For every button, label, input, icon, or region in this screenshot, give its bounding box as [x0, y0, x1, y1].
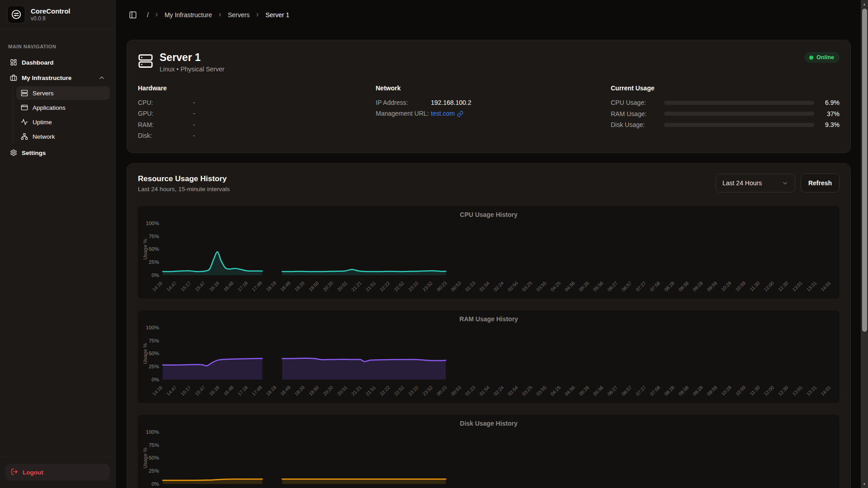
- svg-text:02:54: 02:54: [507, 385, 519, 397]
- svg-text:0%: 0%: [151, 272, 159, 278]
- logout-button[interactable]: Logout: [5, 464, 110, 481]
- svg-text:18:19: 18:19: [265, 281, 277, 292]
- sidebar-toggle-button[interactable]: [128, 10, 138, 20]
- svg-text:16:48: 16:48: [222, 385, 234, 397]
- svg-text:09:59: 09:59: [706, 385, 718, 397]
- status-dot-icon: [809, 56, 813, 60]
- scrollbar-thumb[interactable]: [862, 9, 867, 332]
- network-rows: IP Address:192.168.100.2Management URL:t…: [376, 97, 611, 119]
- breadcrumb-item-server-1[interactable]: Server 1: [265, 11, 289, 19]
- svg-text:20:51: 20:51: [336, 281, 348, 292]
- svg-text:25%: 25%: [149, 259, 159, 265]
- sidebar-item-network[interactable]: Network: [16, 130, 110, 143]
- usage-percent: 9.3%: [814, 121, 840, 128]
- sidebar-item-servers[interactable]: Servers: [16, 86, 110, 100]
- svg-text:03:25: 03:25: [521, 281, 533, 292]
- progress-bar: [664, 112, 814, 116]
- time-range-select[interactable]: Last 24 Hours: [716, 174, 795, 192]
- sidebar-item-label: Settings: [22, 150, 46, 156]
- info-row: CPU:-: [138, 97, 376, 108]
- management-url-link[interactable]: test.com: [431, 108, 463, 119]
- svg-text:03:55: 03:55: [535, 281, 547, 292]
- svg-text:01:54: 01:54: [479, 281, 491, 292]
- link-icon: [457, 111, 463, 117]
- svg-text:100%: 100%: [146, 221, 159, 226]
- topbar: /My InfrastructureServersServer 1: [116, 0, 868, 29]
- info-label: GPU:: [138, 108, 193, 119]
- usage-percent: 6.9%: [814, 99, 840, 106]
- charts-container: CPU Usage HistoryUsage %0%25%50%75%100%1…: [138, 206, 840, 488]
- svg-text:00:53: 00:53: [450, 385, 462, 397]
- app-version: v0.0.9: [31, 15, 71, 22]
- svg-text:14:47: 14:47: [165, 385, 177, 397]
- svg-text:16:48: 16:48: [222, 281, 234, 292]
- svg-text:Usage %: Usage %: [142, 447, 148, 469]
- hardware-section: Hardware CPU:-GPU:-RAM:-Disk:-: [138, 84, 376, 141]
- svg-text:08:28: 08:28: [664, 281, 675, 292]
- chart-panel-cpu-usage-history: CPU Usage HistoryUsage %0%25%50%75%100%1…: [138, 206, 840, 299]
- servers-icon: [21, 89, 28, 97]
- status-label: Online: [816, 54, 834, 61]
- sidebar-item-my-infrastructure[interactable]: My Infrastructure: [5, 70, 110, 85]
- svg-text:RAM Usage History: RAM Usage History: [459, 315, 518, 323]
- svg-text:14:16: 14:16: [151, 385, 163, 397]
- info-label: Management URL:: [376, 108, 431, 119]
- svg-text:17:18: 17:18: [237, 281, 249, 292]
- svg-text:19:50: 19:50: [308, 281, 320, 292]
- svg-text:16:18: 16:18: [208, 281, 220, 292]
- refresh-button[interactable]: Refresh: [801, 174, 840, 192]
- svg-text:23:22: 23:22: [407, 385, 419, 397]
- sidebar-item-dashboard[interactable]: Dashboard: [5, 55, 110, 70]
- svg-text:10:59: 10:59: [735, 281, 746, 292]
- usage-section: Current Usage CPU Usage: 6.9%RAM Usage: …: [611, 84, 840, 141]
- usage-label: CPU Usage:: [611, 99, 664, 106]
- svg-text:23:22: 23:22: [407, 281, 419, 292]
- svg-text:14:16: 14:16: [151, 281, 163, 292]
- svg-text:16:18: 16:18: [208, 385, 220, 397]
- infrastructure-icon: [10, 74, 17, 81]
- svg-text:13:01: 13:01: [792, 385, 803, 397]
- svg-text:50%: 50%: [149, 246, 159, 252]
- scroll-up-arrow-icon[interactable]: ▲: [861, 1, 868, 7]
- chevron-right-icon: [255, 12, 260, 18]
- chart-panel-disk-usage-history: Disk Usage HistoryUsage %0%25%50%75%100%…: [138, 415, 840, 488]
- info-row: Disk:-: [138, 130, 376, 141]
- time-range-value: Last 24 Hours: [722, 179, 778, 187]
- svg-text:17:18: 17:18: [237, 385, 249, 397]
- settings-icon: [10, 149, 17, 156]
- server-info-grid: Hardware CPU:-GPU:-RAM:-Disk:- Network I…: [138, 84, 840, 141]
- svg-text:Disk Usage History: Disk Usage History: [460, 420, 518, 427]
- breadcrumb-item-home[interactable]: /: [147, 11, 149, 19]
- svg-text:0%: 0%: [151, 481, 159, 487]
- sidebar-item-uptime[interactable]: Uptime: [16, 115, 110, 129]
- svg-text:23:52: 23:52: [422, 281, 434, 292]
- svg-text:19:20: 19:20: [294, 385, 306, 397]
- svg-text:12:00: 12:00: [763, 281, 775, 292]
- svg-text:15:17: 15:17: [180, 281, 192, 292]
- scroll-down-arrow-icon[interactable]: ▼: [861, 481, 868, 487]
- sidebar-item-settings[interactable]: Settings: [5, 145, 110, 160]
- svg-text:05:56: 05:56: [592, 281, 604, 292]
- svg-text:15:47: 15:47: [194, 281, 206, 292]
- svg-text:09:59: 09:59: [706, 281, 718, 292]
- sidebar-item-applications[interactable]: Applications: [16, 101, 110, 114]
- page: CoreControl v0.0.9 MAIN NAVIGATION Dashb…: [0, 0, 868, 488]
- svg-text:12:00: 12:00: [763, 385, 775, 397]
- svg-text:05:26: 05:26: [578, 385, 590, 397]
- chevron-down-icon: [782, 180, 788, 187]
- svg-text:06:57: 06:57: [621, 281, 632, 292]
- breadcrumb-item-servers[interactable]: Servers: [228, 11, 250, 19]
- svg-text:20:20: 20:20: [322, 385, 334, 397]
- svg-text:12:30: 12:30: [777, 385, 789, 397]
- breadcrumb-item-my-infrastructure[interactable]: My Infrastructure: [165, 11, 212, 19]
- info-label: IP Address:: [376, 97, 431, 108]
- svg-text:03:55: 03:55: [535, 385, 547, 397]
- svg-text:50%: 50%: [149, 351, 159, 356]
- server-titles: Server 1 Linux • Physical Server: [160, 51, 224, 73]
- svg-text:08:58: 08:58: [678, 281, 689, 292]
- svg-text:02:24: 02:24: [493, 281, 505, 292]
- dashboard-icon: [10, 59, 17, 66]
- sidebar-item-label: Dashboard: [22, 59, 54, 66]
- svg-text:00:23: 00:23: [436, 385, 448, 397]
- server-subtitle: Linux • Physical Server: [160, 66, 224, 73]
